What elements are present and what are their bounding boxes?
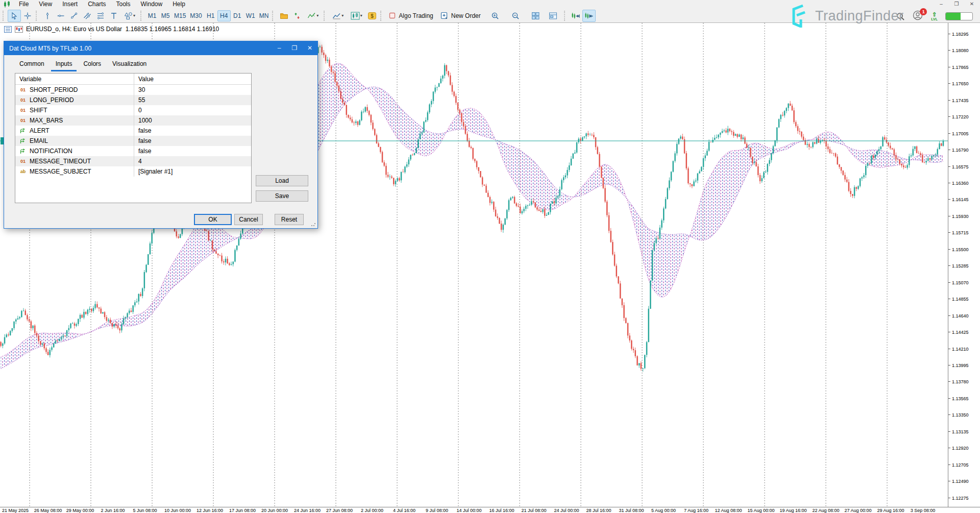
currency-button[interactable]: $ <box>365 10 379 22</box>
tile-grid-icon <box>531 12 540 20</box>
param-name: 01SHORT_PERIOD <box>15 85 134 95</box>
menu-window[interactable]: Window <box>136 0 168 9</box>
tile-windows-button[interactable] <box>529 10 543 22</box>
algo-trading-button[interactable]: Algo Trading <box>385 10 436 22</box>
param-value[interactable]: false <box>134 146 251 156</box>
time-tick-label: 24 Jul 00:00 <box>554 508 579 513</box>
cascade-windows-button[interactable] <box>547 10 560 22</box>
notifications-button[interactable]: 1 <box>913 10 923 22</box>
ok-button[interactable]: OK <box>194 214 232 225</box>
vertical-line-tool-button[interactable] <box>41 10 54 22</box>
dialog-close-button[interactable]: ✕ <box>302 41 317 55</box>
time-tick-label: 31 Jul 08:00 <box>619 508 644 513</box>
param-value[interactable]: 55 <box>134 95 251 105</box>
new-order-button[interactable]: New Order <box>437 10 484 22</box>
time-tick-label: 12 Aug 08:00 <box>715 508 742 513</box>
buy-sell-arrows-button[interactable] <box>290 10 304 22</box>
dialog-resize-grip[interactable] <box>311 222 316 227</box>
boolean-type-icon <box>19 128 27 134</box>
time-axis[interactable]: 21 May 202526 May 08:0029 May 00:002 Jun… <box>0 507 980 513</box>
search-icon[interactable] <box>896 12 905 21</box>
param-row-short_period[interactable]: 01SHORT_PERIOD30 <box>15 85 251 95</box>
parameters-table[interactable]: VariableValue01SHORT_PERIOD3001LONG_PERI… <box>15 73 252 203</box>
window-minimize-button[interactable]: – <box>936 0 946 8</box>
trendline-tool-button[interactable] <box>67 10 81 22</box>
param-row-message_subject[interactable]: abMESSAGE_SUBJECT[Signaler #1] <box>15 166 251 177</box>
templates-button[interactable] <box>277 10 290 22</box>
tab-visualization[interactable]: Visualization <box>108 59 151 71</box>
param-row-shift[interactable]: 01SHIFT0 <box>15 105 251 115</box>
save-button[interactable]: Save <box>256 190 308 202</box>
param-value[interactable]: 4 <box>134 156 251 166</box>
price-axis[interactable]: 1.182951.180801.178651.176501.174351.172… <box>948 23 980 507</box>
channel-tool-button[interactable] <box>81 10 94 22</box>
tab-inputs[interactable]: Inputs <box>51 59 77 71</box>
menu-charts[interactable]: Charts <box>83 0 111 9</box>
timeframe-m30-button[interactable]: M30 <box>188 10 204 21</box>
text-tool-button[interactable] <box>107 10 120 22</box>
dialog-controls: – ❐ ✕ <box>272 41 317 55</box>
param-row-notification[interactable]: NOTIFICATIONfalse <box>15 146 251 156</box>
toolbar-separator <box>272 11 276 21</box>
menu-insert[interactable]: Insert <box>57 0 83 9</box>
param-row-email[interactable]: EMAILfalse <box>15 136 251 146</box>
timeframe-h4-button[interactable]: H4 <box>217 10 231 21</box>
crosshair-tool-button[interactable] <box>21 10 34 22</box>
shapes-tool-button[interactable]: ▾ <box>120 10 139 22</box>
menu-help[interactable]: Help <box>167 0 190 9</box>
trade-panel-icon[interactable] <box>4 26 12 33</box>
depth-of-market-icon[interactable] <box>15 26 23 33</box>
param-row-alert[interactable]: ALERTfalse <box>15 126 251 136</box>
param-row-message_timeout[interactable]: 01MESSAGE_TIMEOUT4 <box>15 156 251 166</box>
param-value[interactable]: false <box>134 126 251 136</box>
param-value[interactable]: [Signaler #1] <box>134 166 251 177</box>
folder-icon <box>280 12 288 19</box>
timeframe-mn-button[interactable]: MN <box>257 10 271 21</box>
timeframe-m5-button[interactable]: M5 <box>159 10 172 21</box>
candle-chart-type-button[interactable]: ▾ <box>347 10 365 22</box>
level-indicator[interactable]: ⇧ LVL <box>931 12 938 21</box>
chart-shift-button[interactable] <box>582 10 596 22</box>
param-row-long_period[interactable]: 01LONG_PERIOD55 <box>15 95 251 105</box>
timeframe-w1-button[interactable]: W1 <box>244 10 257 21</box>
timeframe-m1-button[interactable]: M1 <box>145 10 159 21</box>
auto-scroll-button[interactable] <box>569 10 582 22</box>
zoom-in-button[interactable] <box>488 10 502 22</box>
level-progress-bar <box>945 12 973 20</box>
menu-tools[interactable]: Tools <box>111 0 136 9</box>
dialog-maximize-button[interactable]: ❐ <box>287 41 302 55</box>
toolbar-separator <box>324 11 327 21</box>
tab-colors[interactable]: Colors <box>79 59 106 71</box>
toolbar-grip[interactable] <box>3 11 6 21</box>
param-value[interactable]: false <box>134 136 251 146</box>
param-value[interactable]: 30 <box>134 85 251 95</box>
menu-file[interactable]: File <box>14 0 34 9</box>
algo-trading-stop-icon <box>389 12 396 19</box>
timeframe-h1-button[interactable]: H1 <box>204 10 217 21</box>
window-restore-button[interactable]: ❐ <box>951 0 962 8</box>
cursor-tool-button[interactable] <box>8 10 21 22</box>
param-value[interactable]: 1000 <box>134 115 251 126</box>
dialog-minimize-button[interactable]: – <box>272 41 287 55</box>
cancel-button[interactable]: Cancel <box>234 214 263 225</box>
symbol-ohlc-text: EURUSD_o, H4: Euro vs US Dollar 1.16835 … <box>26 26 219 33</box>
price-tick: 1.13995 <box>948 363 969 368</box>
param-value[interactable]: 0 <box>134 105 251 115</box>
fibonacci-tool-button[interactable] <box>94 10 107 22</box>
window-close-button[interactable]: ✕ <box>967 0 977 8</box>
param-row-max_bars[interactable]: 01MAX_BARS1000 <box>15 115 251 126</box>
menu-view[interactable]: View <box>34 0 57 9</box>
line-chart-type-button[interactable]: ▾ <box>329 10 347 22</box>
load-button[interactable]: Load <box>256 175 308 186</box>
indicators-button[interactable]: ▾ <box>304 10 322 22</box>
zoom-out-button[interactable] <box>509 10 522 22</box>
horizontal-line-tool-button[interactable] <box>54 10 67 22</box>
cascade-windows-icon <box>549 12 557 20</box>
timeframe-d1-button[interactable]: D1 <box>231 10 244 21</box>
tab-common[interactable]: Common <box>15 59 49 71</box>
time-tick-label: 19 Aug 16:00 <box>779 508 806 513</box>
time-tick-label: 5 Jun 08:00 <box>133 508 157 513</box>
timeframe-m15-button[interactable]: M15 <box>172 10 188 21</box>
reset-button[interactable]: Reset <box>275 214 304 225</box>
dialog-titlebar[interactable]: Dat Cloud MT5 by TFLab 1.00 – ❐ ✕ <box>4 41 317 55</box>
